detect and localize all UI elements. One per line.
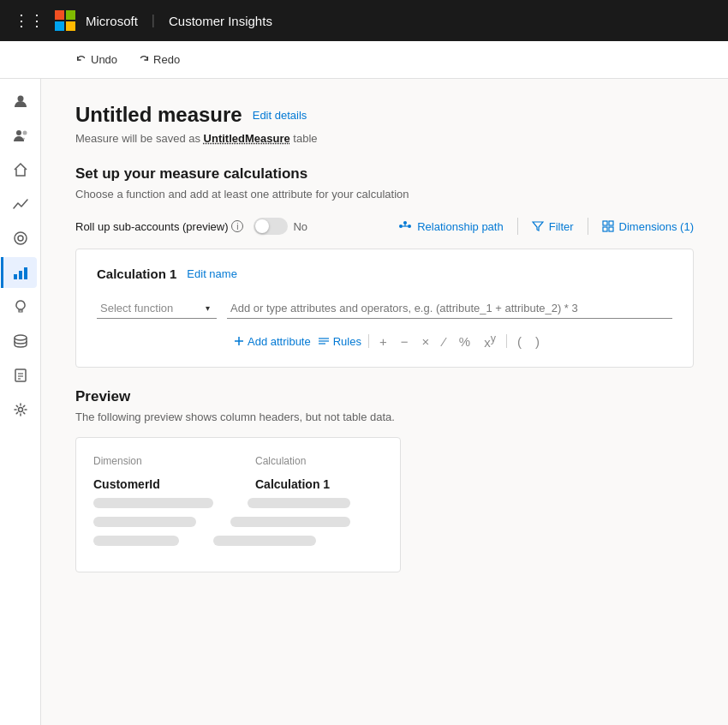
- preview-title: Preview: [75, 388, 694, 405]
- col-value-calculation1: Calculation 1: [255, 477, 383, 491]
- sidebar-item-settings[interactable]: [5, 394, 36, 425]
- svg-point-0: [17, 96, 23, 102]
- page-title: Untitled measure: [75, 103, 242, 127]
- svg-rect-5: [14, 274, 17, 279]
- edit-name-link[interactable]: Edit name: [187, 267, 237, 280]
- svg-rect-22: [609, 227, 613, 231]
- contacts-icon: [12, 127, 29, 144]
- edit-details-link[interactable]: Edit details: [253, 109, 307, 122]
- operator-power[interactable]: xy: [480, 333, 499, 350]
- operator-divide[interactable]: ∕: [439, 334, 449, 349]
- skeleton-row-3: [93, 536, 383, 546]
- microsoft-logo: [55, 10, 75, 31]
- measures-icon: [12, 264, 29, 281]
- skeleton-bar: [248, 498, 350, 508]
- sidebar-item-data[interactable]: [5, 326, 36, 357]
- svg-point-15: [408, 225, 411, 228]
- sidebar-item-people[interactable]: [5, 86, 36, 117]
- calc-title: Calculation 1: [97, 267, 176, 281]
- preview-subtitle: The following preview shows column heade…: [75, 410, 694, 423]
- operator-minus[interactable]: −: [397, 334, 412, 349]
- layout: Untitled measure Edit details Measure wi…: [0, 79, 728, 725]
- svg-point-8: [15, 335, 27, 340]
- plus-icon: [234, 336, 244, 346]
- options-divider-1: [517, 218, 518, 235]
- topbar: ⋮⋮ Microsoft | Customer Insights: [0, 0, 728, 41]
- grid-icon[interactable]: ⋮⋮: [14, 11, 45, 30]
- app-name: Microsoft: [86, 14, 138, 28]
- col-header-calculation: Calculation: [255, 455, 383, 467]
- main-content: Untitled measure Edit details Measure wi…: [41, 79, 728, 725]
- toggle-knob: [255, 219, 269, 233]
- operator-close-paren[interactable]: ): [532, 334, 543, 349]
- sidebar-item-ideas[interactable]: [5, 291, 36, 322]
- svg-point-16: [403, 221, 407, 225]
- actionbar: Undo Redo: [0, 41, 728, 79]
- filter-action[interactable]: Filter: [532, 220, 574, 233]
- preview-table-container: Dimension Calculation CustomerId Calcula…: [75, 437, 401, 572]
- filter-icon: [532, 220, 544, 232]
- attribute-input[interactable]: [227, 298, 672, 319]
- undo-icon: [75, 54, 87, 66]
- skeleton-bar: [93, 536, 179, 546]
- select-function-dropdown[interactable]: Select function ▾: [97, 298, 217, 319]
- settings-icon: [12, 401, 29, 418]
- skeleton-bar: [93, 517, 196, 527]
- svg-rect-6: [19, 271, 22, 279]
- preview-table-header: Dimension Calculation: [93, 455, 383, 467]
- product-title: Customer Insights: [169, 14, 272, 28]
- sidebar-item-contacts[interactable]: [5, 120, 36, 151]
- undo-button[interactable]: Undo: [69, 50, 124, 69]
- sidebar-item-home[interactable]: [5, 154, 36, 185]
- toggle-no-label: No: [293, 220, 307, 233]
- sidebar-item-reports[interactable]: [5, 360, 36, 391]
- relationship-path-action[interactable]: Relationship path: [398, 219, 503, 233]
- section-title: Set up your measure calculations: [75, 165, 694, 183]
- sidebar-item-segments[interactable]: [5, 223, 36, 254]
- skeleton-bar: [213, 536, 316, 546]
- svg-rect-20: [609, 221, 613, 225]
- home-icon: [12, 161, 29, 178]
- preview-table: Dimension Calculation CustomerId Calcula…: [93, 455, 383, 546]
- svg-rect-19: [603, 221, 607, 225]
- rules-button[interactable]: Rules: [318, 335, 361, 348]
- operator-percent[interactable]: %: [456, 334, 474, 349]
- skeleton-row-1: [93, 498, 383, 508]
- analytics-icon: [12, 195, 29, 213]
- add-attribute-button[interactable]: Add attribute: [234, 335, 311, 348]
- svg-point-4: [18, 236, 23, 241]
- page-title-row: Untitled measure Edit details: [75, 103, 694, 127]
- svg-point-14: [399, 225, 403, 228]
- svg-point-3: [15, 232, 27, 244]
- col-value-customerid: CustomerId: [93, 477, 221, 491]
- redo-button[interactable]: Redo: [131, 50, 187, 69]
- reports-icon: [12, 367, 29, 384]
- dimensions-icon: [602, 220, 614, 232]
- options-divider-2: [588, 218, 588, 235]
- skeleton-bar: [230, 517, 350, 527]
- dimensions-action[interactable]: Dimensions (1): [602, 220, 694, 233]
- calc-tools: Add attribute Rules + − × ∕ % xy: [97, 333, 672, 350]
- tool-divider-2: [506, 334, 507, 348]
- sidebar-item-analytics[interactable]: [5, 189, 36, 219]
- options-right: Relationship path Filter: [398, 218, 694, 235]
- chevron-down-icon: ▾: [206, 303, 210, 313]
- skeleton-row-2: [93, 517, 383, 527]
- operator-plus[interactable]: +: [376, 334, 391, 349]
- topbar-separator: |: [152, 13, 155, 28]
- svg-rect-21: [603, 227, 607, 231]
- info-icon[interactable]: i: [231, 220, 243, 232]
- redo-icon: [138, 54, 150, 66]
- preview-table-values: CustomerId Calculation 1: [93, 477, 383, 491]
- operator-multiply[interactable]: ×: [419, 334, 433, 349]
- rules-icon: [318, 336, 330, 346]
- svg-rect-9: [15, 369, 26, 381]
- rollup-toggle[interactable]: [254, 218, 288, 235]
- calculation-card: Calculation 1 Edit name Select function …: [75, 249, 694, 368]
- sidebar-item-measures[interactable]: [1, 257, 37, 288]
- people-icon: [12, 93, 29, 110]
- svg-point-13: [18, 408, 22, 412]
- operator-open-paren[interactable]: (: [514, 334, 525, 349]
- calc-header: Calculation 1 Edit name: [97, 267, 672, 281]
- page-subtitle: Measure will be saved as UntitledMeasure…: [75, 132, 694, 145]
